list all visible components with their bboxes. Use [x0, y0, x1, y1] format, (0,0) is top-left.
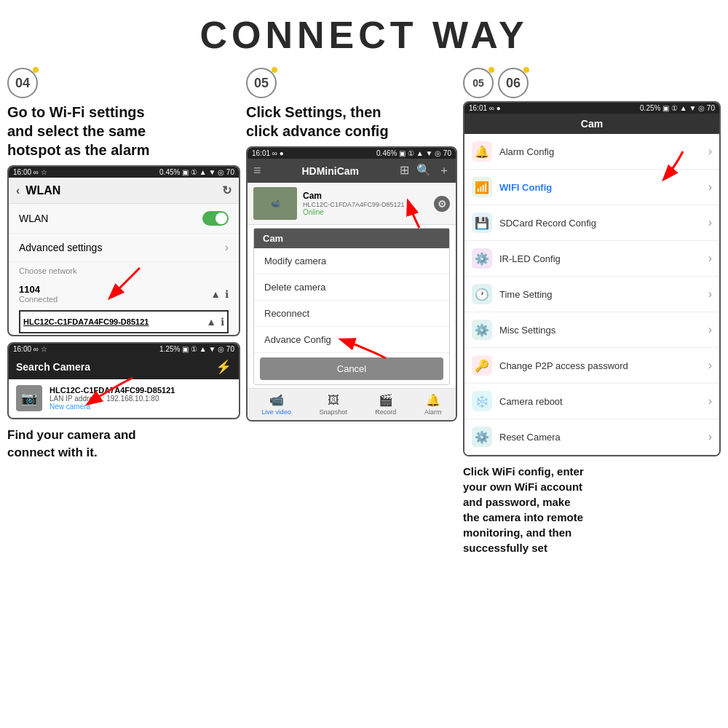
hd-phone-screen: 16:01 ∞ ● 0.46% ▣ ① ▲ ▼ ◎ 70 ≡ HDMiniCam…	[246, 146, 457, 422]
col3: 05 06 16:01 ∞ ● 0.25% ▣ ① ▲ ▼ ◎ 70 Cam 🔔…	[463, 68, 721, 555]
hd-topbar: ≡ HDMiniCam ⊞ 🔍 ＋	[248, 159, 456, 183]
bottom-nav: 📹 Live video 🖼 Snapshot 🎬 Record 🔔 Alarm	[248, 388, 456, 420]
network-hlc[interactable]: HLC12C-C1FDA7A4FC99-D85121 ▲ ℹ	[19, 310, 229, 333]
config-wifi[interactable]: 📶 WIFI Config ›	[464, 170, 719, 205]
cam-thumbnail: 📹	[253, 187, 297, 220]
irled-icon: ⚙️	[472, 248, 492, 269]
wlan-toggle[interactable]	[202, 211, 229, 226]
reset-icon: ⚙️	[472, 427, 492, 447]
camera-info: HLC12C-C1FDA7A4FC99-D85121 LAN IP addres…	[50, 386, 175, 411]
settings-gear-icon[interactable]: ⚙	[434, 196, 450, 212]
cam-popup: Cam Modify camera Delete camera Reconnec…	[253, 228, 450, 385]
step-05-badge: 05	[246, 68, 277, 98]
config-phone-screen: 16:01 ∞ ● 0.25% ▣ ① ▲ ▼ ◎ 70 Cam 🔔 Alarm…	[463, 101, 721, 456]
config-sdcard[interactable]: 💾 SDCard Record Config ›	[464, 205, 719, 241]
network-1104[interactable]: 1104 Connected ▲ ℹ	[19, 278, 229, 310]
wlan-toggle-row: WLAN	[9, 204, 239, 234]
camera-thumb: 📷	[16, 385, 42, 411]
config-titlebar: Cam	[464, 114, 719, 134]
nav-live-video[interactable]: 📹 Live video	[261, 393, 291, 416]
col1: 04 Go to Wi-Fi settingsand select the sa…	[7, 68, 240, 555]
step-06-desc: Click WiFi config, enteryour own WiFi ac…	[463, 464, 721, 555]
config-p2p[interactable]: 🔑 Change P2P access password ›	[464, 348, 719, 384]
config-reboot[interactable]: ❄️ Camera reboot ›	[464, 384, 719, 419]
cam-details: Cam HLC12C-C1FDA7A4FC99-D85121 Online	[297, 191, 434, 216]
network-section: Choose network 1104 Connected ▲ ℹ HLC12C…	[9, 262, 239, 335]
wlan-phone-screen: 16:00 ∞ ☆ 0.45% ▣ ① ▲ ▼ ◎ 70 ‹ WLAN ↻ WL…	[7, 165, 240, 336]
wifi-icon: 📶	[472, 177, 492, 197]
misc-icon: ⚙️	[472, 320, 492, 340]
nav-snapshot[interactable]: 🖼 Snapshot	[320, 394, 347, 416]
config-irled[interactable]: ⚙️ IR-LED Config ›	[464, 241, 719, 277]
search-header: Search Camera ⚡	[9, 355, 239, 379]
hd-statusbar: 16:01 ∞ ● 0.46% ▣ ① ▲ ▼ ◎ 70	[248, 148, 456, 159]
step-05b-badge: 05	[463, 68, 494, 98]
popup-cancel[interactable]: Cancel	[260, 357, 443, 380]
config-time[interactable]: 🕐 Time Setting ›	[464, 277, 719, 312]
wlan-header: ‹ WLAN ↻	[9, 178, 239, 204]
reboot-icon: ❄️	[472, 391, 492, 411]
config-misc[interactable]: ⚙️ Misc Settings ›	[464, 312, 719, 348]
time-icon: 🕐	[472, 284, 492, 304]
config-statusbar: 16:01 ∞ ● 0.25% ▣ ① ▲ ▼ ◎ 70	[464, 103, 719, 114]
page-title: CONNECT WAY	[0, 0, 728, 64]
step-04-desc: Find your camera andconnect with it.	[7, 427, 240, 462]
popup-advance-config[interactable]: Advance Config	[254, 327, 449, 353]
col2: 05 Click Settings, thenclick advance con…	[246, 68, 457, 555]
hd-cam-row[interactable]: 📹 Cam HLC12C-C1FDA7A4FC99-D85121 Online …	[248, 183, 456, 225]
search-statusbar: 16:00 ∞ ☆ 1.25% ▣ ① ▲ ▼ ◎ 70	[9, 344, 239, 355]
cam-popup-title: Cam	[254, 229, 449, 248]
advanced-settings-row[interactable]: Advanced settings ›	[9, 234, 239, 262]
popup-modify[interactable]: Modify camera	[254, 248, 449, 274]
popup-delete[interactable]: Delete camera	[254, 274, 449, 301]
config-alarm[interactable]: 🔔 Alarm Config ›	[464, 134, 719, 170]
nav-record[interactable]: 🎬 Record	[375, 393, 396, 416]
popup-reconnect[interactable]: Reconnect	[254, 301, 449, 327]
wlan-statusbar: 16:00 ∞ ☆ 0.45% ▣ ① ▲ ▼ ◎ 70	[9, 167, 239, 178]
search-phone-screen: 16:00 ∞ ☆ 1.25% ▣ ① ▲ ▼ ◎ 70 Search Came…	[7, 342, 240, 419]
camera-list-item[interactable]: 📷 HLC12C-C1FDA7A4FC99-D85121 LAN IP addr…	[9, 379, 239, 418]
sdcard-icon: 💾	[472, 213, 492, 233]
step-06-badge: 06	[498, 68, 529, 98]
p2p-icon: 🔑	[472, 355, 492, 376]
step-05-label: Click Settings, thenclick advance config	[246, 103, 457, 141]
step-04-label: Go to Wi-Fi settingsand select the sameh…	[7, 103, 240, 159]
nav-alarm[interactable]: 🔔 Alarm	[424, 393, 442, 416]
alarm-icon: 🔔	[472, 141, 492, 162]
config-reset[interactable]: ⚙️ Reset Camera ›	[464, 419, 719, 455]
step-04-badge: 04	[7, 68, 38, 98]
